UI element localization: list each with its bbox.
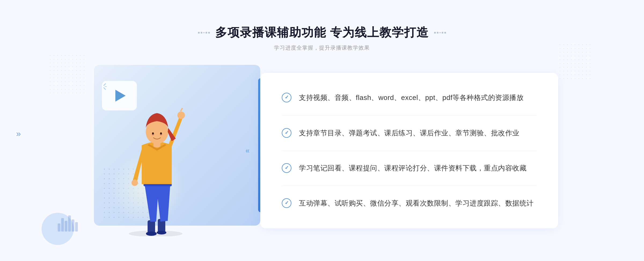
feature-text-1: 支持视频、音频、flash、word、excel、ppt、pdf等各种格式的资源… (299, 92, 524, 103)
svg-point-11 (152, 132, 154, 135)
svg-point-2 (146, 232, 157, 236)
svg-rect-1 (148, 220, 155, 233)
features-panel: ✓ 支持视频、音频、flash、word、excel、ppt、pdf等各种格式的… (260, 73, 558, 228)
svg-rect-13 (153, 143, 160, 147)
illustration-panel: « (86, 65, 268, 236)
divider-3 (282, 186, 537, 186)
page-wrapper: » 多项录播课辅助功能 专为线上教学打造 学习进度全掌握，提升录播课教学效果 (0, 0, 644, 261)
title-deco-left (198, 32, 210, 33)
main-title: 多项录播课辅助功能 专为线上教学打造 (215, 25, 429, 40)
check-icon-3: ✓ (282, 163, 291, 173)
check-icon-2: ✓ (282, 128, 291, 138)
divider-2 (282, 151, 537, 151)
subtitle: 学习进度全掌握，提升录播课教学效果 (198, 44, 446, 51)
feature-text-4: 互动弹幕、试听购买、微信分享、观看次数限制、学习进度跟踪、数据统计 (299, 198, 534, 209)
feature-item-2: ✓ 支持章节目录、弹题考试、课后练习、课后作业、章节测验、批改作业 (282, 128, 537, 139)
svg-point-7 (131, 180, 138, 186)
bars-decoration (58, 215, 78, 232)
svg-point-12 (160, 132, 162, 135)
svg-point-6 (177, 111, 185, 119)
title-deco-right (434, 32, 446, 33)
feature-item-4: ✓ 互动弹幕、试听购买、微信分享、观看次数限制、学习进度跟踪、数据统计 (282, 198, 537, 209)
content-area: « ✓ 支持视频、音频、flash、word、excel、ppt、pdf等各种格… (86, 65, 558, 236)
divider-1 (282, 115, 537, 115)
feature-item-3: ✓ 学习笔记回看、课程提问、课程评论打分、课件资料下载，重点内容收藏 (282, 163, 537, 174)
arrow-left-decoration: » (16, 129, 21, 139)
dots-decoration-right (558, 43, 590, 80)
svg-point-4 (157, 231, 166, 234)
check-icon-4: ✓ (282, 198, 291, 208)
check-icon-1: ✓ (282, 93, 291, 102)
feature-text-3: 学习笔记回看、课程提问、课程评论打分、课件资料下载，重点内容收藏 (299, 163, 526, 174)
person-illustration (113, 97, 199, 236)
feature-item-1: ✓ 支持视频、音频、flash、word、excel、ppt、pdf等各种格式的… (282, 92, 537, 103)
illus-arrows-decoration: « (245, 146, 250, 155)
header-title-row: 多项录播课辅助功能 专为线上教学打造 (198, 25, 446, 40)
dots-decoration-left (48, 54, 86, 96)
feature-text-2: 支持章节目录、弹题考试、课后练习、课后作业、章节测验、批改作业 (299, 128, 519, 139)
header-section: 多项录播课辅助功能 专为线上教学打造 学习进度全掌握，提升录播课教学效果 (198, 25, 446, 51)
